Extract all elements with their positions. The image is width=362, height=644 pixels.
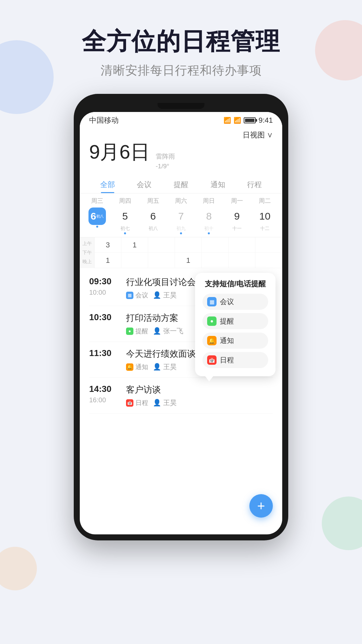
day-fri: 周五 bbox=[139, 197, 167, 205]
lunar-tue: 十二 bbox=[260, 226, 269, 232]
event-person-2: 👤 张一飞 bbox=[153, 327, 183, 336]
wifi-icon: 📶 bbox=[224, 117, 231, 124]
lunar-sun: 初十 bbox=[204, 226, 214, 232]
event-item-4[interactable]: 14:30 16:00 客户访谈 📅 日程 👤 王昊 bbox=[89, 378, 273, 414]
grid-cell-1-2: 1 bbox=[121, 237, 148, 253]
event-time-col-3: 11:30 bbox=[89, 348, 119, 371]
week-date-row: 6初八 5 初七 6 初八 bbox=[83, 206, 279, 237]
tab-notify[interactable]: 通知 bbox=[199, 176, 236, 193]
signal-icon: 📶 bbox=[234, 117, 241, 124]
status-bar: 中国移动 📶 📶 9:41 bbox=[80, 112, 282, 127]
grid-cell-1-7 bbox=[255, 237, 282, 253]
day-tue: 周二 bbox=[251, 197, 279, 205]
tooltip-schedule-label: 日程 bbox=[220, 355, 234, 365]
tooltip-schedule[interactable]: 📅 日程 bbox=[202, 352, 268, 368]
event-time-start-1: 09:30 bbox=[89, 276, 119, 287]
bg-decoration-orange bbox=[0, 547, 37, 590]
tab-meeting[interactable]: 会议 bbox=[126, 176, 163, 193]
view-selector[interactable]: 日视图 ∨ bbox=[89, 130, 273, 140]
event-time-end-4: 16:00 bbox=[89, 396, 119, 404]
event-person-4: 👤 王昊 bbox=[153, 398, 177, 407]
grid-cell-1-4 bbox=[175, 237, 202, 253]
day-mon: 周一 bbox=[223, 197, 251, 205]
dot-fri bbox=[152, 232, 154, 234]
event-meta-4: 📅 日程 👤 王昊 bbox=[126, 398, 273, 407]
meeting-icon: ▦ bbox=[126, 292, 133, 299]
bg-decoration-green bbox=[322, 496, 362, 550]
week-calendar: 周三 周四 周五 周六 周日 周一 周二 6初八 5 bbox=[80, 193, 282, 237]
grid-cell-2-5 bbox=[202, 253, 229, 268]
event-time-start-3: 11:30 bbox=[89, 348, 119, 358]
schedule-icon: 📅 bbox=[126, 399, 133, 407]
fab-add-button[interactable]: + bbox=[249, 494, 273, 518]
tooltip-meeting-label: 会议 bbox=[220, 297, 234, 306]
grid-time-labels: 上午 下午 晚上 bbox=[80, 237, 95, 268]
date-num-8: 8 bbox=[200, 208, 218, 225]
dot-sat bbox=[180, 232, 182, 234]
tab-trip[interactable]: 行程 bbox=[236, 176, 273, 193]
event-badge-notify: 🔔 通知 bbox=[126, 363, 148, 371]
day-sat: 周六 bbox=[167, 197, 195, 205]
grid-cell-1-5 bbox=[202, 237, 229, 253]
time-label-eve: 晚上 bbox=[82, 259, 92, 265]
battery-icon bbox=[244, 117, 256, 123]
grid-cell-2-6 bbox=[229, 253, 255, 268]
current-date: 9月6日 bbox=[89, 142, 150, 162]
grid-row-2: 1 1 bbox=[95, 253, 282, 268]
date-num-6-fri: 6 bbox=[144, 208, 162, 225]
date-cell-6-wed[interactable]: 6初八 bbox=[83, 208, 111, 234]
date-cell-8-sun[interactable]: 8 初十 bbox=[195, 208, 223, 234]
hero-subtitle: 清晰安排每日行程和待办事项 bbox=[0, 62, 362, 79]
date-cell-10-tue[interactable]: 10 十二 bbox=[251, 208, 279, 234]
day-sun: 周日 bbox=[195, 197, 223, 205]
weather-type: 雷阵雨 bbox=[156, 152, 175, 162]
tooltip-reminder-icon: ● bbox=[207, 316, 217, 326]
tooltip-reminder-label: 提醒 bbox=[220, 316, 234, 326]
status-icons: 📶 📶 9:41 bbox=[224, 116, 273, 125]
date-cell-6-fri[interactable]: 6 初八 bbox=[139, 208, 167, 234]
date-cell-7-sat[interactable]: 7 初九 bbox=[167, 208, 195, 234]
day-thu: 周四 bbox=[111, 197, 139, 205]
tooltip-notify-label: 通知 bbox=[220, 336, 234, 345]
phone-outer: 中国移动 📶 📶 9:41 日视图 ∨ 9月6日 雷阵雨 -1 bbox=[74, 94, 288, 540]
event-title-4: 客户访谈 bbox=[126, 384, 273, 396]
grid-cells-wrap: 3 1 1 1 bbox=[95, 237, 282, 268]
dot-thu bbox=[124, 232, 126, 234]
grid-cell-2-7 bbox=[255, 253, 282, 268]
event-time-start-4: 14:30 bbox=[89, 384, 119, 394]
phone-notch-bar bbox=[80, 100, 282, 112]
date-weather-row: 9月6日 雷阵雨 -1/9° bbox=[89, 142, 273, 171]
event-time-end-1: 10:00 bbox=[89, 289, 119, 296]
tooltip-meeting-icon: ▦ bbox=[207, 297, 217, 306]
lunar-sat: 初九 bbox=[176, 226, 186, 232]
tab-reminder[interactable]: 提醒 bbox=[163, 176, 199, 193]
grid-cell-2-4: 1 bbox=[175, 253, 202, 268]
tooltip-header: 支持短信/电话提醒 bbox=[202, 279, 268, 289]
date-cell-5-thu[interactable]: 5 初七 bbox=[111, 208, 139, 234]
weather-info: 雷阵雨 -1/9° bbox=[156, 152, 175, 171]
dot-mon bbox=[236, 232, 238, 234]
tab-all[interactable]: 全部 bbox=[89, 176, 126, 193]
tooltip-meeting[interactable]: ▦ 会议 bbox=[202, 294, 268, 310]
time-label-am: 上午 bbox=[82, 241, 92, 247]
phone-mockup: 中国移动 📶 📶 9:41 日视图 ∨ 9月6日 雷阵雨 -1 bbox=[74, 94, 288, 540]
grid-row-1: 3 1 bbox=[95, 237, 282, 253]
tooltip-reminder[interactable]: ● 提醒 bbox=[202, 313, 268, 329]
hero-section: 全方位的日程管理 清晰安排每日行程和待办事项 bbox=[0, 0, 362, 79]
lunar-thu: 初七 bbox=[120, 226, 130, 232]
tooltip-popup: 支持短信/电话提醒 ▦ 会议 ● 提醒 🔔 通知 📅 日程 bbox=[195, 273, 276, 376]
dot-sun bbox=[208, 232, 210, 234]
lunar-fri: 初八 bbox=[148, 226, 158, 232]
date-num-7: 7 bbox=[172, 208, 190, 225]
day-wed: 周三 bbox=[83, 197, 111, 205]
event-badge-schedule: 📅 日程 bbox=[126, 399, 148, 407]
tooltip-notify[interactable]: 🔔 通知 bbox=[202, 333, 268, 349]
week-day-names: 周三 周四 周五 周六 周日 周一 周二 bbox=[83, 193, 279, 206]
event-person-3: 👤 王昊 bbox=[153, 362, 177, 371]
reminder-icon: ● bbox=[126, 328, 133, 335]
tooltip-notify-icon: 🔔 bbox=[207, 336, 217, 345]
time-label: 9:41 bbox=[258, 116, 273, 125]
date-cell-9-mon[interactable]: 9 十一 bbox=[223, 208, 251, 234]
grid-cell-1-1: 3 bbox=[95, 237, 121, 253]
event-time-start-2: 10:30 bbox=[89, 312, 119, 323]
